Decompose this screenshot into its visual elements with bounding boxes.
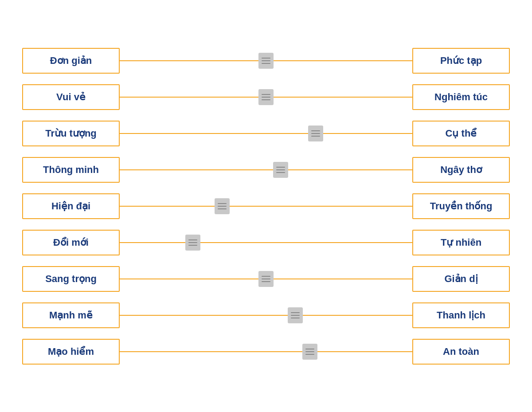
thumb-grip-line-3-2 [311,136,320,137]
right-label-text-8: Thanh lịch [437,310,485,321]
sliders-container: Đơn giảnPhức tạpVui vẻNghiêm túcTrừu tượ… [22,33,510,379]
thumb-grip-line-7-1 [262,279,270,279]
thumb-grip-line-5-1 [218,206,227,207]
thumb-grip-line-1-2 [262,63,270,64]
thumb-grip-line-2-2 [262,99,270,100]
track-line-5 [120,206,412,207]
thumb-grip-line-1-1 [262,60,270,61]
slider-thumb-4[interactable] [273,162,288,178]
right-label-box-7: Giản dị [412,266,510,292]
right-label-box-6: Tự nhiên [412,230,510,255]
slider-row-4: Thông minhNgây thơ [22,156,510,184]
left-label-text-1: Đơn giản [50,55,92,67]
slider-thumb-2[interactable] [258,89,274,105]
left-label-box-6: Đổi mới [22,230,120,255]
thumb-grip-line-9-2 [305,354,314,355]
left-label-text-4: Thông minh [43,164,99,176]
right-label-text-3: Cụ thể [446,128,477,139]
slider-track-area-5[interactable] [120,193,412,219]
track-line-8 [120,315,412,316]
left-label-box-8: Mạnh mẽ [22,302,120,328]
right-label-box-2: Nghiêm túc [412,84,510,110]
thumb-grip-line-1-0 [262,58,270,59]
slider-row-6: Đổi mớiTự nhiên [22,228,510,257]
thumb-grip-line-4-2 [276,172,285,173]
right-label-text-2: Nghiêm túc [434,91,488,103]
left-label-text-8: Mạnh mẽ [49,310,93,321]
slider-row-3: Trừu tượngCụ thể [22,119,510,148]
thumb-grip-line-8-2 [291,318,300,318]
slider-track-area-9[interactable] [120,339,412,365]
slider-track-area-1[interactable] [120,48,412,74]
left-label-text-6: Đổi mới [53,237,89,248]
right-label-text-7: Giản dị [444,273,477,285]
right-label-box-1: Phức tạp [412,48,510,74]
slider-row-1: Đơn giảnPhức tạp [22,47,510,75]
thumb-grip-line-9-1 [305,351,314,352]
left-label-box-7: Sang trọng [22,266,120,292]
right-label-text-4: Ngây thơ [440,164,482,176]
left-label-text-9: Mạo hiểm [48,346,94,357]
right-label-text-1: Phức tạp [440,55,482,67]
left-label-box-1: Đơn giản [22,48,120,74]
thumb-grip-line-4-0 [276,167,285,168]
thumb-grip-line-3-1 [311,133,320,134]
right-label-text-6: Tự nhiên [441,237,481,248]
track-line-9 [120,351,412,352]
slider-thumb-6[interactable] [185,235,200,251]
right-label-box-3: Cụ thể [412,121,510,146]
thumb-grip-line-2-0 [262,94,270,95]
right-label-text-5: Truyền thống [430,200,493,212]
left-label-box-2: Vui vẻ [22,84,120,110]
left-label-box-4: Thông minh [22,157,120,183]
slider-thumb-9[interactable] [302,344,317,360]
slider-thumb-8[interactable] [288,307,303,323]
right-label-box-8: Thanh lịch [412,302,510,328]
left-label-text-7: Sang trọng [45,273,97,285]
thumb-grip-line-7-2 [262,281,270,282]
slider-row-9: Mạo hiểmAn toàn [22,337,510,366]
right-label-box-9: An toàn [412,339,510,365]
slider-track-area-2[interactable] [120,84,412,110]
slider-track-area-4[interactable] [120,157,412,183]
thumb-grip-line-8-1 [291,315,300,316]
track-line-4 [120,169,412,170]
thumb-grip-line-6-0 [188,239,197,240]
thumb-grip-line-5-0 [218,203,227,204]
slider-thumb-3[interactable] [308,126,323,141]
left-label-box-3: Trừu tượng [22,121,120,146]
slider-row-2: Vui vẻNghiêm túc [22,83,510,111]
slider-row-7: Sang trọngGiản dị [22,265,510,293]
slider-thumb-5[interactable] [215,198,230,214]
slider-track-area-7[interactable] [120,266,412,292]
thumb-grip-line-7-0 [262,276,270,277]
thumb-grip-line-3-0 [311,130,320,131]
right-label-text-9: An toàn [443,346,479,357]
left-label-text-3: Trừu tượng [45,128,97,139]
thumb-grip-line-2-1 [262,97,270,98]
slider-track-area-6[interactable] [120,230,412,255]
slider-track-area-8[interactable] [120,302,412,328]
thumb-grip-line-5-2 [218,208,227,209]
thumb-grip-line-9-0 [305,349,314,349]
thumb-grip-line-6-1 [188,242,197,243]
thumb-grip-line-8-0 [291,312,300,313]
slider-thumb-1[interactable] [258,53,274,69]
slider-row-5: Hiện đạiTruyền thống [22,192,510,220]
thumb-grip-line-6-2 [188,245,197,246]
thumb-grip-line-4-1 [276,169,285,170]
track-line-6 [120,242,412,243]
left-label-text-2: Vui vẻ [56,91,86,103]
left-label-text-5: Hiện đại [51,200,90,212]
slider-track-area-3[interactable] [120,121,412,146]
slider-row-8: Mạnh mẽThanh lịch [22,301,510,330]
track-line-3 [120,133,412,134]
slider-thumb-7[interactable] [258,271,274,287]
left-label-box-9: Mạo hiểm [22,339,120,365]
right-label-box-4: Ngây thơ [412,157,510,183]
left-label-box-5: Hiện đại [22,193,120,219]
right-label-box-5: Truyền thống [412,193,510,219]
